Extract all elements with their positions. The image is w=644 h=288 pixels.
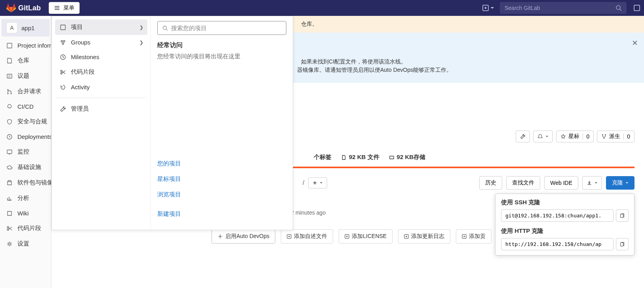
project-search[interactable] [157,21,286,35]
stat-tags[interactable]: 个标签 [314,154,332,161]
chevron-right-icon: ❯ [139,40,143,45]
link-starred-projects[interactable]: 星标项目 [157,171,286,187]
history-button[interactable]: 历史 [479,176,502,190]
clone-button[interactable]: 克隆 [606,176,634,190]
svg-point-7 [11,93,12,94]
dropdown-right-panel: 经常访问 您经常访问的项目将出现在这里 您的项目 星标项目 浏览项目 新建项目 [151,16,293,230]
star-button[interactable]: 星标0 [556,131,594,142]
wrench-icon [520,134,526,139]
search-icon [615,5,622,11]
project-name-label: app1 [21,25,34,31]
enable-auto-devops-button[interactable]: 启用Auto DevOps [211,229,275,244]
add-file-button[interactable] [308,177,327,188]
dropdown-left-panel: 项目 ❯ Groups ❯ Milestones 代码片段 Activity 管… [52,16,151,230]
search-input[interactable] [505,5,612,11]
add-license-button[interactable]: 添加LICENSE [339,229,392,244]
sidebar-item-issues[interactable]: 议题 [0,68,51,84]
global-search[interactable] [500,2,627,14]
banner-line-2: 器镜像库。请通知管理员启用以便Auto DevOps能够正常工作。 [297,67,636,74]
add-readme-button[interactable]: 添加自述文件 [281,229,333,244]
copy-ssh-button[interactable] [616,209,629,222]
clock-icon [60,54,66,60]
frequent-heading: 经常访问 [157,41,286,50]
stat-storage[interactable]: 92 KB存储 [389,154,426,161]
clone-http-heading: 使用 HTTP 克隆 [501,227,629,235]
download-button[interactable] [582,176,602,190]
dd-item-groups[interactable]: Groups ❯ [55,35,147,50]
star-count: 0 [583,133,589,140]
rocket-icon [6,104,13,110]
dd-item-projects[interactable]: 项目 ❯ [55,19,147,35]
svg-point-10 [7,227,9,228]
clone-ssh-heading: 使用 SSH 克隆 [501,199,629,206]
menu-button[interactable]: 菜单 [49,2,80,14]
stat-files[interactable]: 92 KB 文件 [341,154,379,161]
sidebar-item-snippets[interactable]: 代码片段 [0,221,51,236]
sidebar-item-packages[interactable]: 软件包与镜像库 [0,175,51,190]
package-icon [6,180,13,186]
deploy-icon [6,134,13,140]
sidebar-item-deployments[interactable]: Deployments [0,129,51,144]
sidebar-item-wiki[interactable]: Wiki [0,206,51,221]
clone-ssh-input[interactable] [501,209,614,222]
chart-icon [6,195,13,202]
dd-item-admin[interactable]: 管理员 [55,101,147,117]
sidebar-item-analytics[interactable]: 分析 [0,190,51,206]
web-ide-button[interactable]: Web IDE [544,176,578,190]
link-explore-projects[interactable]: 浏览项目 [157,187,286,202]
issues-icon [6,73,13,79]
clone-http-input[interactable] [501,238,614,250]
dd-item-milestones[interactable]: Milestones [55,50,147,64]
stat-label: 个标签 [314,154,332,161]
dd-item-activity[interactable]: Activity [55,80,147,94]
gitlab-logo[interactable]: GitLab [3,3,44,13]
hamburger-icon [54,5,60,11]
dd-item-label: Groups [71,39,90,46]
sidebar-item-settings[interactable]: 设置 [0,236,51,252]
plus-square-icon [345,234,349,239]
btn-label: 添加贡 [469,233,486,240]
close-icon[interactable]: × [632,37,638,48]
sidebar-item-label: 议题 [17,72,29,80]
project-icon [60,24,66,31]
sidebar-item-label: 软件包与镜像库 [17,179,51,186]
scissors-icon [6,225,13,232]
svg-point-5 [8,89,9,90]
divider [57,98,146,98]
sidebar-item-security[interactable]: 安全与合规 [0,114,51,129]
sidebar-item-cicd[interactable]: CI/CD [0,99,51,114]
svg-point-19 [61,73,62,74]
add-changelog-button[interactable]: 添加更新日志 [398,229,450,244]
shield-icon [6,119,13,125]
storage-icon [389,155,394,160]
left-sidebar: A app1 Project information 仓库 议题 合并请求 CI… [0,16,51,288]
link-new-project[interactable]: 新建项目 [157,206,286,222]
download-icon [587,180,592,186]
notifications-button[interactable] [533,131,553,142]
add-contributing-button[interactable]: 添加贡 [456,229,492,244]
sidebar-item-infrastructure[interactable]: 基础设施 [0,159,51,175]
plus-square-icon [287,234,292,239]
issues-icon[interactable] [633,4,641,12]
project-search-input[interactable] [171,25,281,31]
link-your-projects[interactable]: 您的项目 [157,156,286,171]
sidebar-item-repository[interactable]: 仓库 [0,53,51,68]
find-file-button[interactable]: 查找文件 [506,176,540,190]
settings-icon-button[interactable] [516,131,530,142]
group-icon [60,39,66,46]
create-new-button[interactable] [480,3,497,13]
sidebar-item-label: Wiki [17,210,29,217]
sidebar-item-merge-requests[interactable]: 合并请求 [0,84,51,99]
fork-label: 派生 [609,133,620,140]
banner-line-1: 如果未找到CI配置文件，将使用该流水线。 [301,58,636,65]
menu-button-label: 菜单 [63,4,74,12]
dd-item-label: 代码片段 [71,68,95,76]
stat-label: 92 KB存储 [397,154,426,161]
sidebar-project-header[interactable]: A app1 [2,19,50,36]
svg-point-25 [219,236,221,237]
sidebar-item-monitor[interactable]: 监控 [0,144,51,159]
fork-button[interactable]: 派生0 [597,131,634,142]
dd-item-snippets[interactable]: 代码片段 [55,64,147,80]
copy-http-button[interactable] [616,238,629,250]
sidebar-item-project-info[interactable]: Project information [0,38,51,53]
